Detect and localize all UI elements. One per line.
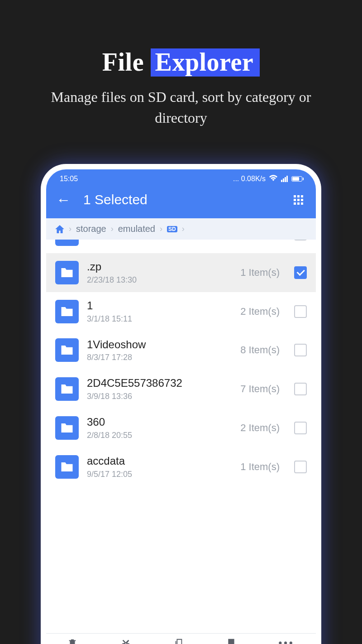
file-row[interactable]: 6/16/17 11:522 Item(s) [46, 240, 316, 253]
file-item-count: 8 Item(s) [240, 344, 280, 356]
cut-button[interactable] [120, 638, 131, 644]
file-list[interactable]: 6/16/17 11:522 Item(s).zp2/23/18 13:301 … [46, 240, 316, 633]
file-item-count: 2 Item(s) [240, 240, 280, 240]
hero-title-highlight: Explorer [151, 48, 260, 77]
file-row[interactable]: 3602/8/18 20:552 Item(s) [46, 409, 316, 447]
file-date: 8/3/17 17:28 [87, 353, 232, 362]
file-info: 1Videoshow8/3/17 17:28 [87, 338, 232, 363]
file-item-count: 1 Item(s) [240, 461, 280, 473]
file-checkbox[interactable] [294, 344, 307, 356]
file-name: accdata [87, 455, 232, 468]
file-checkbox[interactable] [294, 305, 307, 318]
status-time: 15:05 [60, 175, 78, 183]
home-icon[interactable] [55, 225, 64, 233]
file-name: 360 [87, 416, 232, 429]
status-netspeed: ... 0.08K/s [233, 175, 266, 183]
file-checkbox[interactable] [294, 240, 307, 240]
file-date: 6/16/17 11:52 [87, 240, 232, 240]
bottom-action-bar: ••• [46, 633, 316, 644]
file-item-count: 2 Item(s) [240, 422, 280, 434]
copy-button[interactable] [174, 638, 184, 644]
chevron-right-icon: › [69, 224, 71, 234]
folder-icon [55, 416, 79, 440]
app-bar: ← 1 Selected [46, 186, 316, 218]
appbar-container: 15:05 ... 0.08K/s ← 1 Selected [46, 169, 316, 218]
folder-icon [55, 300, 79, 323]
phone-screen: 15:05 ... 0.08K/s ← 1 Selected [46, 169, 316, 644]
appbar-title: 1 Selected [83, 192, 294, 207]
hero: File Explorer Manage files on SD card, s… [0, 0, 362, 129]
signal-icon [281, 176, 288, 182]
file-checkbox[interactable] [294, 383, 307, 395]
file-date: 2/8/18 20:55 [87, 431, 232, 440]
file-info: 13/1/18 15:11 [87, 299, 232, 324]
wifi-icon [269, 175, 277, 183]
file-date: 2/23/18 13:30 [87, 275, 232, 285]
breadcrumb-item[interactable]: emulated [118, 224, 155, 234]
folder-icon [55, 455, 79, 479]
chevron-right-icon: › [111, 224, 114, 234]
file-checkbox[interactable] [294, 266, 307, 279]
file-row[interactable]: .zp2/23/18 13:301 Item(s) [46, 253, 316, 292]
file-date: 9/5/17 12:05 [87, 470, 232, 479]
folder-icon [55, 240, 79, 246]
file-date: 3/1/18 15:11 [87, 314, 232, 324]
file-checkbox[interactable] [294, 461, 307, 473]
file-info: 3602/8/18 20:55 [87, 416, 232, 440]
chevron-right-icon: › [160, 224, 162, 234]
file-name: 2D4C5E557386732 [87, 377, 232, 390]
breadcrumb-item[interactable]: storage [76, 224, 106, 234]
file-info: 6/16/17 11:52 [87, 240, 232, 240]
file-name: .zp [87, 260, 232, 274]
delete-button[interactable] [67, 638, 77, 644]
more-button[interactable]: ••• [279, 638, 295, 644]
back-button[interactable]: ← [56, 192, 71, 207]
phone-frame: 15:05 ... 0.08K/s ← 1 Selected [41, 164, 321, 644]
file-date: 3/9/18 13:36 [87, 392, 232, 401]
file-info: accdata9/5/17 12:05 [87, 455, 232, 479]
chevron-right-icon: › [182, 224, 185, 234]
file-item-count: 1 Item(s) [240, 267, 280, 279]
folder-icon [55, 377, 79, 401]
breadcrumb[interactable]: › storage › emulated › SD › [46, 218, 316, 240]
file-row[interactable]: accdata9/5/17 12:051 Item(s) [46, 447, 316, 486]
file-info: 2D4C5E5573867323/9/18 13:36 [87, 377, 232, 401]
sd-badge[interactable]: SD [167, 226, 177, 232]
file-row[interactable]: 13/1/18 15:112 Item(s) [46, 292, 316, 331]
file-item-count: 7 Item(s) [240, 383, 280, 395]
file-name: 1 [87, 299, 232, 312]
compress-button[interactable] [227, 638, 236, 644]
folder-icon [55, 261, 79, 284]
hero-title: File Explorer [0, 48, 362, 77]
view-grid-button[interactable] [294, 195, 303, 205]
file-row[interactable]: 1Videoshow8/3/17 17:288 Item(s) [46, 331, 316, 370]
folder-icon [55, 338, 79, 362]
file-name: 1Videoshow [87, 338, 232, 351]
status-bar: 15:05 ... 0.08K/s [46, 169, 316, 186]
hero-subtitle: Manage files on SD card, sort by categor… [0, 87, 362, 129]
file-item-count: 2 Item(s) [240, 306, 280, 317]
file-checkbox[interactable] [294, 422, 307, 434]
file-info: .zp2/23/18 13:30 [87, 260, 232, 285]
file-row[interactable]: 2D4C5E5573867323/9/18 13:367 Item(s) [46, 370, 316, 409]
battery-icon [291, 176, 302, 182]
hero-title-file: File [102, 48, 144, 76]
